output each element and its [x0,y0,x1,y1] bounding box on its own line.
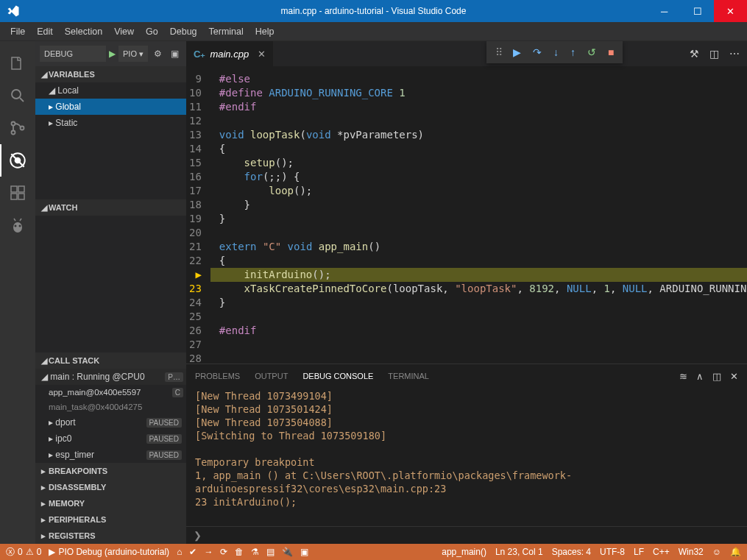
editor-tabbar: C₊ main.cpp ✕ ⠿ ▶ ↷ ↓ ↑ ↺ ■ ⚒ ◫ ⋯ [186,41,747,66]
gear-icon[interactable]: ⚙ [151,49,165,59]
activity-extensions[interactable] [0,177,35,209]
status-bar: ⓧ 0 ⚠ 0 ▶ PIO Debug (arduino-tutorial) ⌂… [0,544,747,560]
pio-test-icon[interactable]: ⚗ [251,547,259,557]
registers-section-header[interactable]: ▸REGISTERS [35,528,186,544]
tab-close-icon[interactable]: ✕ [253,49,266,60]
var-scope-static[interactable]: ▸ Static [35,115,186,131]
window-titlebar: main.cpp - arduino-tutorial - Visual Stu… [0,0,747,22]
editor-action-icon[interactable]: ⚒ [690,48,699,60]
activity-search[interactable] [0,79,35,112]
svg-rect-6 [11,186,17,192]
window-maximize-button[interactable]: ☐ [681,0,714,22]
pio-sync-icon[interactable]: ⟳ [220,547,227,557]
editor-tab-main[interactable]: C₊ main.cpp ✕ [186,41,273,66]
debug-sidebar: DEBUG ▶ PIO ▾ ⚙ ▣ ◢VARIABLES ◢ Local ▸ G… [35,41,186,544]
status-position[interactable]: Ln 23, Col 1 [495,547,543,557]
window-close-button[interactable]: ✕ [714,0,747,22]
split-editor-icon[interactable]: ◫ [709,48,719,60]
callstack-thread[interactable]: ◢ main : Running @CPU0P… [35,369,186,385]
debug-console-input[interactable]: ❯ [186,526,747,544]
variables-section-header[interactable]: ◢VARIABLES [35,66,186,82]
breakpoints-section-header[interactable]: ▸BREAKPOINTS [35,463,186,479]
svg-point-0 [12,90,21,99]
debug-continue-button[interactable]: ▶ [513,46,521,58]
activity-explorer[interactable] [0,47,35,79]
pio-serial-icon[interactable]: 🔌 [282,547,293,557]
stackframe[interactable]: app_main@0x400e5597C [35,385,186,400]
thread-item[interactable]: ▸ dportPAUSED [35,414,186,430]
status-feedback-icon[interactable]: ☺ [712,547,721,557]
svg-rect-8 [18,194,24,199]
status-encoding[interactable]: UTF-8 [600,547,625,557]
activity-debug[interactable] [0,144,35,177]
debug-config-dropdown[interactable]: PIO ▾ [118,46,148,62]
menu-debug[interactable]: Debug [164,22,203,41]
status-language[interactable]: C++ [653,547,670,557]
status-function[interactable]: app_main() [442,547,486,557]
debug-restart-button[interactable]: ↺ [587,46,596,58]
debug-step-into-button[interactable]: ↓ [553,46,559,58]
pio-upload-icon[interactable]: → [204,547,213,557]
panel-action-icon[interactable]: ∧ [696,371,704,382]
menu-selection[interactable]: Selection [59,22,108,41]
debug-stop-button[interactable]: ■ [608,46,614,58]
status-target[interactable]: Win32 [679,547,704,557]
tab-filename: main.cpp [210,49,249,60]
panel-action-icon[interactable]: ✕ [730,371,738,382]
svg-point-10 [13,222,22,233]
svg-point-11 [15,225,17,227]
callstack-section-header[interactable]: ◢CALL STACK [35,352,186,369]
pio-run-icon[interactable]: ▤ [266,547,275,557]
status-eol[interactable]: LF [634,547,644,557]
status-task[interactable]: ▶ PIO Debug (arduino-tutorial) [49,547,169,557]
pio-terminal-icon[interactable]: ▣ [300,547,308,557]
menu-help[interactable]: Help [249,22,280,41]
debug-title: DEBUG [40,46,106,62]
var-scope-global[interactable]: ▸ Global [35,99,186,115]
pio-build-icon[interactable]: ✔ [189,547,197,557]
panel-tabs: PROBLEMSOUTPUTDEBUG CONSOLETERMINAL≋∧◫✕ [186,364,747,388]
pio-home-icon[interactable]: ⌂ [177,547,182,557]
svg-rect-7 [11,194,17,199]
debug-console-output[interactable]: [New Thread 1073499104][New Thread 10735… [186,388,747,526]
debug-floating-toolbar[interactable]: ⠿ ▶ ↷ ↓ ↑ ↺ ■ [486,41,623,63]
status-spaces[interactable]: Spaces: 4 [552,547,591,557]
svg-point-2 [12,131,15,135]
panel-tab-terminal[interactable]: TERMINAL [388,372,429,380]
memory-section-header[interactable]: ▸MEMORY [35,495,186,511]
panel-action-icon[interactable]: ≋ [679,371,687,382]
panel-tab-output[interactable]: OUTPUT [255,372,288,380]
stackframe[interactable]: main_task@0x400d4275 [35,400,186,414]
panel-action-icon[interactable]: ◫ [712,371,721,382]
start-debug-button[interactable]: ▶ [109,49,116,59]
peripherals-section-header[interactable]: ▸PERIPHERALS [35,511,186,528]
toolbar-grip-icon[interactable]: ⠿ [495,46,501,58]
menu-go[interactable]: Go [140,22,164,41]
code-editor[interactable]: 910111213141516171819202122▶ 23242526272… [186,66,747,364]
status-bell-icon[interactable]: 🔔 [730,547,741,557]
pio-clean-icon[interactable]: 🗑 [235,547,244,557]
menu-edit[interactable]: Edit [31,22,59,41]
debug-console-icon[interactable]: ▣ [168,49,182,59]
bottom-panel: PROBLEMSOUTPUTDEBUG CONSOLETERMINAL≋∧◫✕ … [186,364,747,544]
panel-tab-debug-console[interactable]: DEBUG CONSOLE [302,372,373,380]
menu-view[interactable]: View [108,22,140,41]
watch-section-header[interactable]: ◢WATCH [35,199,186,216]
svg-rect-9 [18,186,24,192]
menu-file[interactable]: File [4,22,31,41]
activity-platformio[interactable] [0,209,35,241]
panel-tab-problems[interactable]: PROBLEMS [195,372,240,380]
var-scope-local[interactable]: ◢ Local [35,82,186,99]
svg-point-5 [15,157,21,164]
debug-step-out-button[interactable]: ↑ [570,46,576,58]
status-errors[interactable]: ⓧ 0 ⚠ 0 [6,546,41,559]
menu-terminal[interactable]: Terminal [203,22,249,41]
svg-point-12 [19,225,21,227]
thread-item[interactable]: ▸ ipc0PAUSED [35,430,186,447]
more-actions-icon[interactable]: ⋯ [729,48,740,60]
activity-scm[interactable] [0,112,35,144]
window-minimize-button[interactable]: ─ [648,0,681,22]
debug-step-over-button[interactable]: ↷ [533,46,542,58]
disassembly-section-header[interactable]: ▸DISASSEMBLY [35,479,186,495]
thread-item[interactable]: ▸ esp_timerPAUSED [35,447,186,463]
